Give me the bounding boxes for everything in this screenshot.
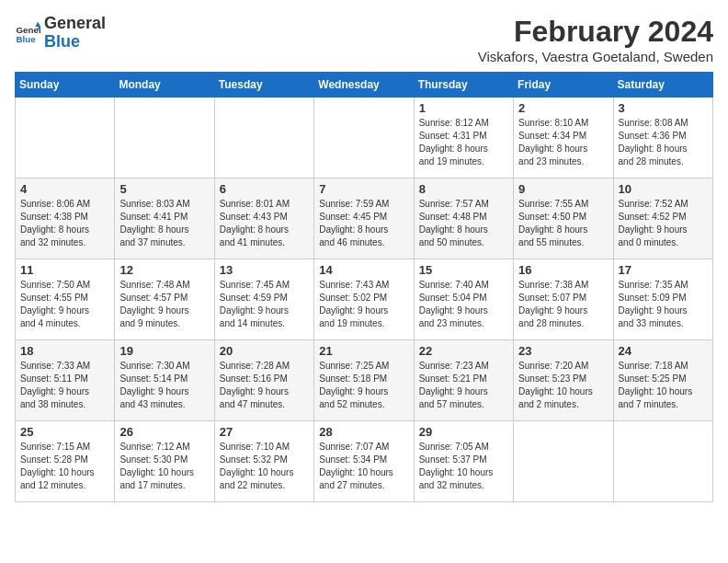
day-number: 27 — [220, 425, 309, 439]
day-info: Sunrise: 7:57 AM Sunset: 4:48 PM Dayligh… — [419, 198, 508, 249]
day-info: Sunrise: 7:38 AM Sunset: 5:07 PM Dayligh… — [518, 279, 608, 330]
day-info: Sunrise: 7:55 AM Sunset: 4:50 PM Dayligh… — [518, 198, 608, 249]
calendar-cell: 20Sunrise: 7:28 AM Sunset: 5:16 PM Dayli… — [214, 340, 313, 421]
weekday-header-thursday: Thursday — [414, 73, 513, 98]
day-number: 18 — [20, 344, 109, 358]
day-number: 2 — [518, 101, 608, 115]
calendar-cell: 22Sunrise: 7:23 AM Sunset: 5:21 PM Dayli… — [414, 340, 513, 421]
day-info: Sunrise: 8:10 AM Sunset: 4:34 PM Dayligh… — [518, 117, 608, 168]
calendar-cell: 4Sunrise: 8:06 AM Sunset: 4:38 PM Daylig… — [16, 178, 115, 259]
day-info: Sunrise: 8:01 AM Sunset: 4:43 PM Dayligh… — [220, 198, 309, 249]
day-info: Sunrise: 8:03 AM Sunset: 4:41 PM Dayligh… — [119, 198, 209, 249]
day-number: 20 — [220, 344, 309, 358]
calendar-cell: 7Sunrise: 7:59 AM Sunset: 4:45 PM Daylig… — [314, 178, 414, 259]
day-info: Sunrise: 7:40 AM Sunset: 5:04 PM Dayligh… — [419, 279, 508, 330]
calendar-week-3: 11Sunrise: 7:50 AM Sunset: 4:55 PM Dayli… — [16, 259, 713, 340]
day-number: 17 — [619, 263, 708, 277]
title-block: February 2024 Viskafors, Vaestra Goetala… — [478, 15, 713, 64]
day-info: Sunrise: 7:30 AM Sunset: 5:14 PM Dayligh… — [119, 360, 209, 411]
calendar-week-1: 1Sunrise: 8:12 AM Sunset: 4:31 PM Daylig… — [16, 98, 713, 178]
day-number: 26 — [119, 425, 209, 439]
day-info: Sunrise: 7:23 AM Sunset: 5:21 PM Dayligh… — [419, 360, 508, 411]
calendar-cell: 6Sunrise: 8:01 AM Sunset: 4:43 PM Daylig… — [214, 178, 313, 259]
day-info: Sunrise: 7:48 AM Sunset: 4:57 PM Dayligh… — [119, 279, 209, 330]
day-number: 22 — [419, 344, 508, 358]
calendar-cell: 29Sunrise: 7:05 AM Sunset: 5:37 PM Dayli… — [414, 421, 513, 502]
calendar-cell: 9Sunrise: 7:55 AM Sunset: 4:50 PM Daylig… — [514, 178, 613, 259]
day-number: 21 — [319, 344, 408, 358]
day-info: Sunrise: 7:12 AM Sunset: 5:30 PM Dayligh… — [119, 441, 209, 492]
calendar-week-5: 25Sunrise: 7:15 AM Sunset: 5:28 PM Dayli… — [16, 421, 713, 502]
logo: General Blue General Blue — [15, 15, 106, 52]
calendar-cell: 2Sunrise: 8:10 AM Sunset: 4:34 PM Daylig… — [514, 98, 613, 178]
calendar-cell: 25Sunrise: 7:15 AM Sunset: 5:28 PM Dayli… — [16, 421, 115, 502]
day-info: Sunrise: 7:28 AM Sunset: 5:16 PM Dayligh… — [220, 360, 309, 411]
calendar-cell — [314, 98, 414, 178]
month-title: February 2024 — [478, 15, 713, 49]
day-number: 4 — [20, 182, 109, 196]
day-number: 24 — [619, 344, 708, 358]
day-info: Sunrise: 7:05 AM Sunset: 5:37 PM Dayligh… — [419, 441, 508, 492]
calendar-cell — [214, 98, 313, 178]
weekday-header-sunday: Sunday — [16, 73, 115, 98]
calendar-cell: 1Sunrise: 8:12 AM Sunset: 4:31 PM Daylig… — [414, 98, 513, 178]
logo-text-blue: Blue — [44, 33, 106, 52]
day-number: 13 — [220, 263, 309, 277]
day-info: Sunrise: 7:50 AM Sunset: 4:55 PM Dayligh… — [20, 279, 109, 330]
calendar-cell: 5Sunrise: 8:03 AM Sunset: 4:41 PM Daylig… — [115, 178, 214, 259]
day-info: Sunrise: 8:06 AM Sunset: 4:38 PM Dayligh… — [20, 198, 109, 249]
day-info: Sunrise: 7:07 AM Sunset: 5:34 PM Dayligh… — [319, 441, 408, 492]
day-info: Sunrise: 7:52 AM Sunset: 4:52 PM Dayligh… — [619, 198, 708, 249]
weekday-header-friday: Friday — [514, 73, 613, 98]
logo-text-general: General — [44, 15, 106, 33]
day-number: 8 — [419, 182, 508, 196]
calendar-cell — [514, 421, 613, 502]
day-number: 6 — [220, 182, 309, 196]
day-info: Sunrise: 7:33 AM Sunset: 5:11 PM Dayligh… — [20, 360, 109, 411]
day-info: Sunrise: 8:12 AM Sunset: 4:31 PM Dayligh… — [419, 117, 508, 168]
calendar-cell: 8Sunrise: 7:57 AM Sunset: 4:48 PM Daylig… — [414, 178, 513, 259]
calendar-cell: 14Sunrise: 7:43 AM Sunset: 5:02 PM Dayli… — [314, 259, 414, 340]
weekday-header-saturday: Saturday — [613, 73, 712, 98]
weekday-header-row: SundayMondayTuesdayWednesdayThursdayFrid… — [16, 73, 713, 98]
page-header: General Blue General Blue February 2024 … — [15, 15, 713, 64]
day-number: 28 — [319, 425, 408, 439]
logo-icon: General Blue — [15, 20, 40, 46]
day-number: 11 — [20, 263, 109, 277]
day-info: Sunrise: 7:45 AM Sunset: 4:59 PM Dayligh… — [220, 279, 309, 330]
day-info: Sunrise: 8:08 AM Sunset: 4:36 PM Dayligh… — [619, 117, 708, 168]
day-number: 14 — [319, 263, 408, 277]
day-info: Sunrise: 7:10 AM Sunset: 5:32 PM Dayligh… — [220, 441, 309, 492]
location-subtitle: Viskafors, Vaestra Goetaland, Sweden — [478, 49, 713, 64]
day-info: Sunrise: 7:35 AM Sunset: 5:09 PM Dayligh… — [619, 279, 708, 330]
day-number: 1 — [419, 101, 508, 115]
calendar-cell: 24Sunrise: 7:18 AM Sunset: 5:25 PM Dayli… — [613, 340, 712, 421]
calendar-cell: 19Sunrise: 7:30 AM Sunset: 5:14 PM Dayli… — [115, 340, 214, 421]
calendar-cell: 12Sunrise: 7:48 AM Sunset: 4:57 PM Dayli… — [115, 259, 214, 340]
calendar-cell: 3Sunrise: 8:08 AM Sunset: 4:36 PM Daylig… — [613, 98, 712, 178]
calendar-cell: 13Sunrise: 7:45 AM Sunset: 4:59 PM Dayli… — [214, 259, 313, 340]
day-number: 5 — [119, 182, 209, 196]
day-number: 15 — [419, 263, 508, 277]
calendar-cell — [16, 98, 115, 178]
calendar-cell: 18Sunrise: 7:33 AM Sunset: 5:11 PM Dayli… — [16, 340, 115, 421]
day-number: 12 — [119, 263, 209, 277]
day-number: 19 — [119, 344, 209, 358]
day-number: 10 — [619, 182, 708, 196]
day-number: 9 — [518, 182, 608, 196]
day-info: Sunrise: 7:25 AM Sunset: 5:18 PM Dayligh… — [319, 360, 408, 411]
day-number: 3 — [619, 101, 708, 115]
calendar-cell: 11Sunrise: 7:50 AM Sunset: 4:55 PM Dayli… — [16, 259, 115, 340]
calendar-cell: 10Sunrise: 7:52 AM Sunset: 4:52 PM Dayli… — [613, 178, 712, 259]
calendar-cell: 17Sunrise: 7:35 AM Sunset: 5:09 PM Dayli… — [613, 259, 712, 340]
calendar-week-4: 18Sunrise: 7:33 AM Sunset: 5:11 PM Dayli… — [16, 340, 713, 421]
weekday-header-tuesday: Tuesday — [214, 73, 313, 98]
calendar-cell: 27Sunrise: 7:10 AM Sunset: 5:32 PM Dayli… — [214, 421, 313, 502]
calendar-table: SundayMondayTuesdayWednesdayThursdayFrid… — [15, 72, 713, 502]
calendar-week-2: 4Sunrise: 8:06 AM Sunset: 4:38 PM Daylig… — [16, 178, 713, 259]
day-number: 25 — [20, 425, 109, 439]
weekday-header-wednesday: Wednesday — [314, 73, 414, 98]
calendar-cell — [115, 98, 214, 178]
svg-text:Blue: Blue — [16, 34, 36, 44]
calendar-cell: 26Sunrise: 7:12 AM Sunset: 5:30 PM Dayli… — [115, 421, 214, 502]
